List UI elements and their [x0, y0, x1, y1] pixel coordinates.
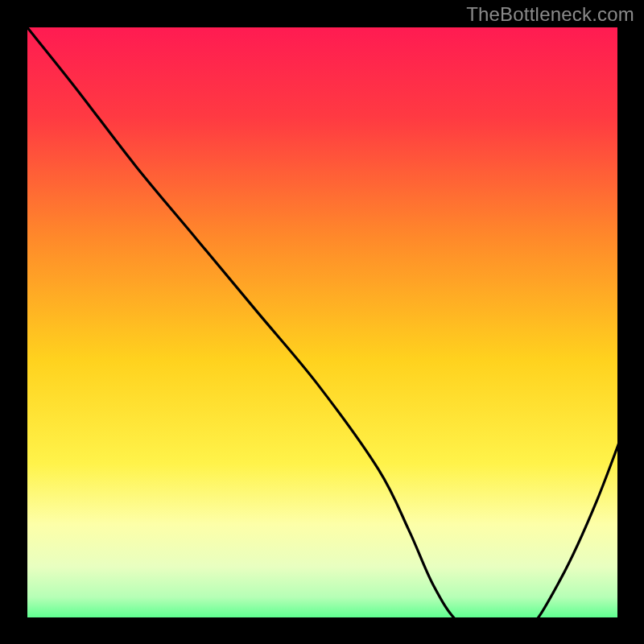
- chart-svg: [0, 0, 644, 644]
- chart-stage: TheBottleneck.com: [0, 0, 644, 644]
- plot-background: [27, 27, 634, 634]
- watermark-text: TheBottleneck.com: [466, 3, 634, 26]
